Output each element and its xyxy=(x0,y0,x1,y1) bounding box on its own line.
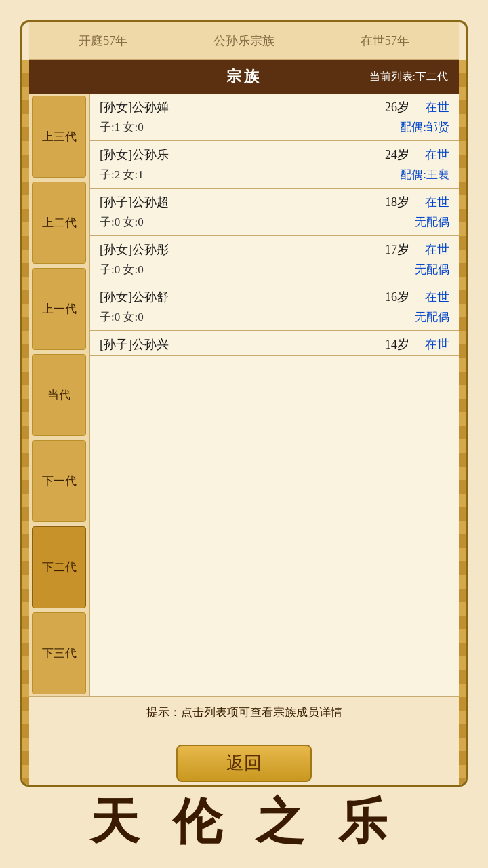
header-title: 宗族 xyxy=(226,66,262,87)
member-age-1: 24岁 xyxy=(380,146,414,163)
tab-shangErdai[interactable]: 上二代 xyxy=(32,182,86,264)
member-status-2: 在世 xyxy=(425,194,449,210)
member-children-3: 子:0 女:0 xyxy=(100,262,415,277)
member-status-1: 在世 xyxy=(425,146,449,163)
bottom-area: 返回 《我的宗族》版本号:1.0.0(测试版) xyxy=(29,728,459,787)
tab-shangYidai[interactable]: 上一代 xyxy=(32,268,86,350)
member-spouse-0: 配偶:邹贤 xyxy=(400,119,449,135)
header-subtitle: 当前列表:下二代 xyxy=(369,70,448,84)
left-ornament xyxy=(22,60,29,785)
member-children-2: 子:0 女:0 xyxy=(100,214,415,230)
list-item[interactable]: [孙子]公孙超 18岁 在世 子:0 女:0 无配偶 xyxy=(90,189,459,236)
main-frame: 开庭57年 公孙乐宗族 在世57年 宗族 当前列表:下二代 上三代 上二代 上一… xyxy=(20,20,468,787)
member-status-3: 在世 xyxy=(425,241,449,258)
member-age-3: 17岁 xyxy=(380,241,414,258)
member-name-3: [孙女]公孙彤 xyxy=(100,241,380,258)
member-status-5: 在世 xyxy=(425,336,449,353)
tab-xiaSandai[interactable]: 下三代 xyxy=(32,612,86,694)
member-children-4: 子:0 女:0 xyxy=(100,309,415,325)
list-item[interactable]: [孙子]公孙兴 14岁 在世 xyxy=(90,331,459,356)
tab-xiaErdai[interactable]: 下二代 xyxy=(32,526,86,608)
nav-tabs: 上三代 上二代 上一代 当代 下一代 下二代 下三代 xyxy=(29,94,90,696)
peek-item-1: 开庭57年 xyxy=(79,33,127,49)
peek-item-3: 在世57年 xyxy=(361,33,409,49)
member-spouse-3: 无配偶 xyxy=(415,262,449,277)
member-children-1: 子:2 女:1 xyxy=(100,167,400,182)
header-bar: 宗族 当前列表:下二代 xyxy=(29,60,459,94)
top-peek-row: 开庭57年 公孙乐宗族 在世57年 xyxy=(29,22,459,60)
member-spouse-2: 无配偶 xyxy=(415,214,449,230)
member-age-0: 26岁 xyxy=(380,99,414,115)
member-status-0: 在世 xyxy=(425,99,449,115)
right-ornament xyxy=(459,60,466,785)
member-name-4: [孙女]公孙舒 xyxy=(100,289,380,305)
member-spouse-4: 无配偶 xyxy=(415,309,449,325)
main-content: 上三代 上二代 上一代 当代 下一代 下二代 下三代 [孙女]公孙婵 26岁 在… xyxy=(29,94,459,696)
member-spouse-1: 配偶:王襄 xyxy=(400,167,449,182)
member-name-5: [孙子]公孙兴 xyxy=(100,336,380,353)
hint-bar: 提示：点击列表项可查看宗族成员详情 xyxy=(29,696,459,728)
big-title: 天 伦 之 乐 xyxy=(0,789,488,854)
member-list[interactable]: [孙女]公孙婵 26岁 在世 子:1 女:0 配偶:邹贤 [孙女]公孙乐 24岁… xyxy=(90,94,459,696)
list-item[interactable]: [孙女]公孙彤 17岁 在世 子:0 女:0 无配偶 xyxy=(90,236,459,283)
tab-shangSandai[interactable]: 上三代 xyxy=(32,96,86,178)
member-age-2: 18岁 xyxy=(380,194,414,210)
member-age-4: 16岁 xyxy=(380,289,414,305)
tab-dangdai[interactable]: 当代 xyxy=(32,354,86,436)
member-status-4: 在世 xyxy=(425,289,449,305)
peek-item-2: 公孙乐宗族 xyxy=(214,33,274,49)
list-item[interactable]: [孙女]公孙舒 16岁 在世 子:0 女:0 无配偶 xyxy=(90,283,459,331)
list-item[interactable]: [孙女]公孙婵 26岁 在世 子:1 女:0 配偶:邹贤 xyxy=(90,94,459,141)
list-item[interactable]: [孙女]公孙乐 24岁 在世 子:2 女:1 配偶:王襄 xyxy=(90,141,459,189)
tab-xiaYidai[interactable]: 下一代 xyxy=(32,440,86,522)
member-age-5: 14岁 xyxy=(380,336,414,353)
back-button[interactable]: 返回 xyxy=(176,745,312,782)
member-name-1: [孙女]公孙乐 xyxy=(100,146,380,163)
hint-text: 提示：点击列表项可查看宗族成员详情 xyxy=(146,705,342,720)
member-children-0: 子:1 女:0 xyxy=(100,119,400,135)
member-name-2: [孙子]公孙超 xyxy=(100,194,380,210)
member-name-0: [孙女]公孙婵 xyxy=(100,99,380,115)
